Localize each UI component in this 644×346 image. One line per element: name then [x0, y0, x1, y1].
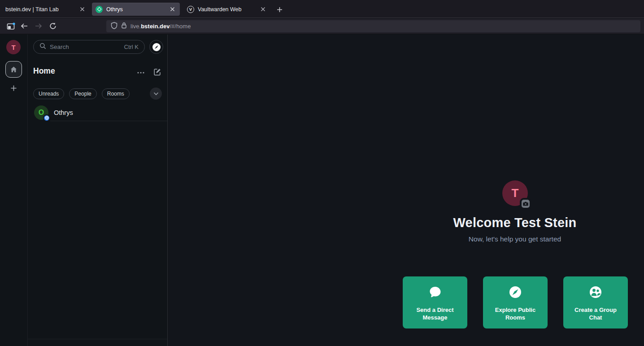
filter-chip-row: Unreads People Rooms: [33, 88, 130, 99]
room-name: Othrys: [54, 109, 73, 116]
search-input[interactable]: [50, 44, 121, 50]
compose-icon: [153, 68, 161, 76]
lock-icon[interactable]: [121, 22, 127, 31]
welcome-subtitle: Now, let's help you get started: [380, 235, 644, 243]
create-group-chat-button[interactable]: Create a Group Chat: [563, 276, 628, 328]
action-label: Send a Direct Message: [407, 306, 463, 321]
tab-othrys[interactable]: Othrys: [92, 3, 180, 16]
element-favicon-icon: [96, 6, 103, 13]
url-bar[interactable]: live.bstein.dev/#/home: [106, 20, 640, 32]
panel-title: Home: [33, 66, 55, 76]
home-space-button[interactable]: [5, 61, 22, 78]
close-icon[interactable]: [259, 5, 267, 13]
welcome-actions: Send a Direct Message Explore Public Roo…: [403, 276, 628, 328]
search-box[interactable]: Ctrl K: [33, 40, 145, 54]
firefox-view-icon[interactable]: [5, 20, 17, 32]
space-panel: T: [0, 35, 28, 346]
room-divider: [50, 121, 167, 121]
new-tab-button[interactable]: [274, 4, 285, 15]
room-options-button[interactable]: [135, 67, 147, 79]
tab-title: Othrys: [106, 6, 165, 13]
welcome-title: Welcome Test Stein: [380, 215, 644, 230]
filter-chip-rooms[interactable]: Rooms: [102, 88, 130, 99]
action-label: Create a Group Chat: [568, 306, 623, 321]
room-avatar-letter: O: [39, 109, 44, 117]
tab-titan-lab[interactable]: bstein.dev | Titan Lab: [2, 3, 90, 16]
home-icon: [10, 66, 17, 73]
tab-title: Vaultwarden Web: [198, 6, 255, 13]
profile-avatar-letter: T: [512, 186, 519, 200]
compose-button[interactable]: [151, 66, 163, 78]
vaultwarden-favicon-icon: V: [187, 6, 194, 13]
send-direct-message-button[interactable]: Send a Direct Message: [403, 276, 467, 328]
filter-chip-unreads[interactable]: Unreads: [33, 88, 64, 99]
forward-button[interactable]: [33, 20, 44, 32]
user-avatar[interactable]: T: [6, 40, 21, 54]
overflow-dots-icon: [137, 72, 144, 74]
home-welcome-view: T Welcome Test Stein Now, let's help you…: [168, 35, 644, 346]
chat-bubble-icon: [427, 284, 443, 300]
profile-avatar[interactable]: T: [502, 180, 528, 206]
reload-button[interactable]: [47, 20, 59, 32]
expand-filters-button[interactable]: [150, 88, 162, 100]
browser-tab-bar: bstein.dev | Titan Lab Othrys V Vaultwar…: [0, 0, 644, 18]
camera-icon[interactable]: [522, 200, 530, 208]
room-list-panel: Ctrl K Home Unreads People Rooms: [28, 35, 168, 346]
explore-rooms-button[interactable]: [149, 40, 163, 54]
tab-title: bstein.dev | Titan Lab: [5, 6, 74, 13]
browser-nav-bar: live.bstein.dev/#/home: [0, 18, 644, 34]
chevron-down-icon: [153, 92, 159, 96]
explore-public-rooms-button[interactable]: Explore Public Rooms: [483, 276, 548, 328]
add-space-button[interactable]: [9, 83, 18, 93]
tab-vaultwarden[interactable]: V Vaultwarden Web: [183, 3, 270, 16]
back-button[interactable]: [18, 20, 30, 32]
room-list-item-othrys[interactable]: O Othrys: [28, 104, 168, 121]
search-shortcut-hint: Ctrl K: [124, 44, 139, 50]
url-text: live.bstein.dev/#/home: [131, 23, 191, 30]
group-icon: [587, 284, 604, 300]
shield-icon[interactable]: [111, 22, 117, 31]
close-icon[interactable]: [78, 5, 86, 13]
compass-icon: [152, 43, 161, 52]
close-icon[interactable]: [168, 5, 176, 13]
search-icon: [39, 43, 46, 51]
room-avatar: O: [34, 105, 48, 120]
element-app: T Ctrl K Home: [0, 35, 644, 346]
action-label: Explore Public Rooms: [487, 306, 543, 321]
public-room-globe-icon: [43, 114, 50, 122]
filter-chip-people[interactable]: People: [69, 88, 96, 99]
compass-icon: [507, 284, 523, 300]
